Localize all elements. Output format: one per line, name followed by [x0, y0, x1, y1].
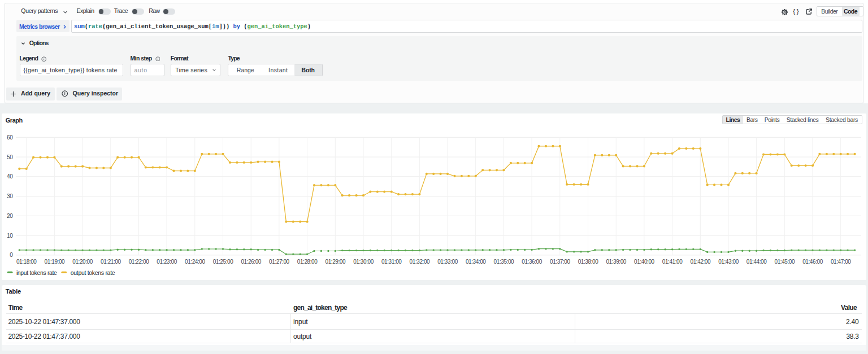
svg-text:01:44:00: 01:44:00: [747, 259, 767, 265]
svg-text:01:26:00: 01:26:00: [241, 259, 261, 265]
svg-text:10: 10: [7, 233, 13, 239]
svg-text:01:46:00: 01:46:00: [802, 259, 823, 265]
svg-text:01:20:00: 01:20:00: [72, 259, 93, 265]
svg-text:01:33:00: 01:33:00: [437, 259, 458, 265]
svg-text:01:37:00: 01:37:00: [550, 259, 570, 265]
svg-text:60: 60: [7, 134, 13, 141]
svg-text:01:45:00: 01:45:00: [775, 259, 795, 265]
svg-text:01:24:00: 01:24:00: [185, 259, 205, 265]
svg-text:01:23:00: 01:23:00: [157, 259, 177, 265]
svg-text:01:21:00: 01:21:00: [101, 259, 121, 265]
svg-text:01:32:00: 01:32:00: [410, 259, 430, 265]
svg-text:01:34:00: 01:34:00: [466, 259, 486, 265]
svg-text:input tokens rate: input tokens rate: [16, 269, 57, 276]
svg-text:01:25:00: 01:25:00: [213, 259, 233, 265]
svg-text:01:42:00: 01:42:00: [691, 259, 711, 265]
svg-text:01:47:00: 01:47:00: [831, 259, 851, 265]
svg-text:01:30:00: 01:30:00: [353, 259, 374, 265]
svg-text:20: 20: [7, 213, 13, 219]
svg-text:01:41:00: 01:41:00: [662, 259, 683, 265]
svg-text:50: 50: [7, 154, 13, 160]
svg-text:01:43:00: 01:43:00: [718, 259, 739, 265]
svg-text:01:28:00: 01:28:00: [297, 259, 318, 265]
svg-text:0: 0: [10, 252, 13, 258]
svg-text:01:35:00: 01:35:00: [494, 259, 514, 265]
svg-text:01:40:00: 01:40:00: [634, 259, 654, 265]
svg-text:01:29:00: 01:29:00: [326, 259, 346, 265]
svg-text:01:18:00: 01:18:00: [16, 259, 37, 265]
svg-text:30: 30: [7, 193, 13, 199]
svg-text:01:31:00: 01:31:00: [381, 259, 402, 265]
svg-text:01:38:00: 01:38:00: [578, 259, 598, 265]
svg-text:01:36:00: 01:36:00: [522, 259, 542, 265]
svg-text:01:19:00: 01:19:00: [45, 259, 65, 265]
svg-text:01:39:00: 01:39:00: [606, 259, 626, 265]
svg-text:output tokens rate: output tokens rate: [71, 269, 115, 276]
svg-text:01:22:00: 01:22:00: [129, 259, 149, 265]
svg-text:40: 40: [7, 173, 13, 180]
svg-text:01:27:00: 01:27:00: [269, 259, 289, 265]
